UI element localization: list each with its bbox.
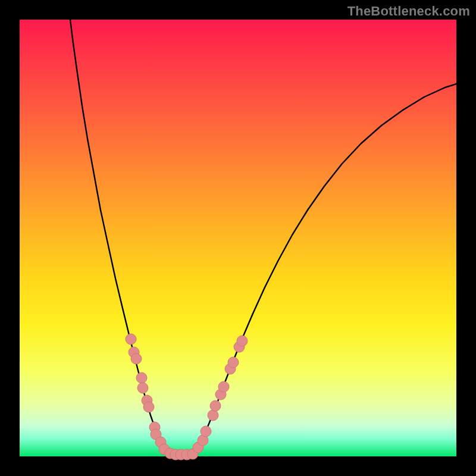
data-point (237, 336, 248, 346)
data-point (228, 357, 239, 368)
data-point (126, 334, 136, 345)
data-point (131, 353, 142, 364)
data-point (208, 410, 218, 421)
plot-area (20, 20, 456, 456)
data-point (143, 402, 154, 412)
data-point (210, 400, 221, 411)
data-point (218, 381, 229, 392)
attribution-label: TheBottleneck.com (347, 4, 470, 19)
curve-layer (20, 20, 456, 456)
data-point (137, 383, 148, 393)
data-markers (126, 334, 248, 460)
data-point (136, 372, 147, 383)
chart-frame: TheBottleneck.com (0, 0, 476, 476)
data-point (201, 426, 211, 437)
bottleneck-curve (70, 20, 456, 455)
